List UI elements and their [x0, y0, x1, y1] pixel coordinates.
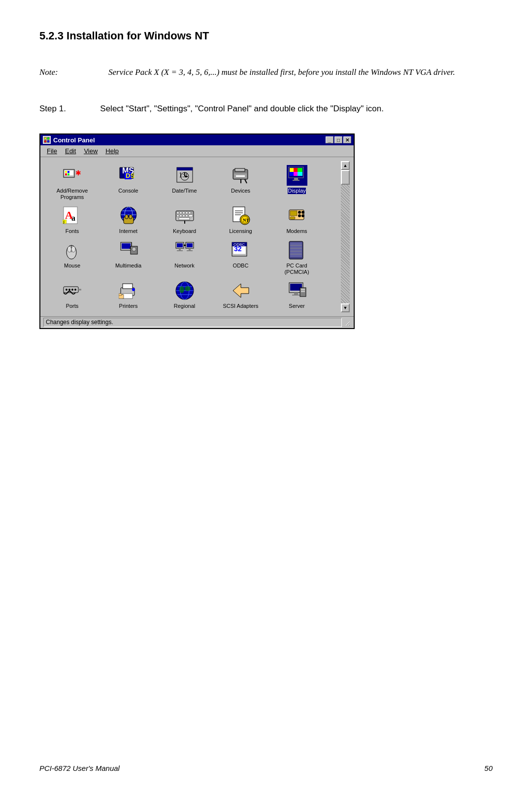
svg-rect-132 — [294, 293, 298, 295]
scroll-down-button[interactable]: ▼ — [341, 303, 350, 312]
odbc-label: ODBC — [233, 263, 249, 269]
svg-rect-9 — [67, 173, 69, 175]
svg-rect-32 — [290, 172, 294, 176]
svg-rect-77 — [290, 217, 295, 219]
menu-view[interactable]: View — [80, 146, 101, 156]
svg-point-127 — [179, 286, 184, 293]
section-heading: 5.2.3 Installation for Windows NT — [39, 30, 493, 42]
icon-odbc[interactable]: 32 ODBC ODBC — [215, 238, 266, 276]
icon-scsiadapters[interactable]: SCSI Adapters — [215, 278, 266, 310]
svg-text:F: F — [63, 220, 66, 225]
svg-point-73 — [298, 211, 301, 214]
svg-rect-59 — [183, 215, 185, 217]
svg-line-26 — [245, 179, 247, 183]
svg-rect-84 — [122, 243, 131, 249]
svg-point-82 — [70, 250, 72, 252]
step1: Step 1. Select "Start", "Settings", "Con… — [39, 102, 493, 115]
svg-rect-62 — [179, 218, 190, 220]
menu-edit[interactable]: Edit — [61, 146, 80, 156]
console-icon: MS DS — [118, 165, 139, 186]
svg-rect-2 — [44, 140, 46, 142]
svg-text:a: a — [71, 214, 75, 222]
icon-regional[interactable]: Regional — [159, 278, 210, 310]
icon-datetime[interactable]: 1:2 Date/Time — [159, 163, 210, 201]
icon-server[interactable]: Server — [271, 278, 323, 310]
icon-pccard[interactable]: PC Card(PCMCIA) — [271, 238, 323, 276]
svg-point-112 — [68, 289, 70, 291]
control-panel-window: Control Panel _ □ ✕ File Edit View Help — [39, 133, 355, 329]
svg-text:✱: ✱ — [75, 169, 81, 177]
svg-rect-36 — [293, 180, 299, 181]
fonts-icon: A a F — [62, 205, 83, 226]
svg-rect-94 — [189, 248, 191, 250]
keyboard-icon — [174, 205, 195, 226]
display-label: Display — [288, 188, 305, 194]
svg-rect-3 — [47, 140, 49, 142]
svg-rect-57 — [177, 215, 179, 217]
icon-modems[interactable]: Modems — [271, 203, 323, 235]
note-text: Service Pack X (X = 3, 4, 5, 6,...) must… — [108, 66, 493, 79]
svg-rect-105 — [290, 242, 302, 257]
icon-printers[interactable]: Printers — [102, 278, 154, 310]
svg-rect-51 — [177, 212, 179, 214]
mouse-label: Mouse — [64, 263, 80, 269]
titlebar: Control Panel _ □ ✕ — [40, 134, 354, 145]
restore-button[interactable]: □ — [334, 136, 342, 143]
close-button[interactable]: ✕ — [343, 136, 351, 143]
icon-ports[interactable]: Ports — [46, 278, 98, 310]
svg-marker-129 — [233, 284, 249, 298]
fonts-label: Fonts — [66, 228, 79, 234]
window-icon — [43, 136, 51, 144]
icon-keyboard[interactable]: Keyboard — [159, 203, 210, 235]
pccard-icon — [287, 240, 307, 261]
icon-multimedia[interactable]: Multimedia — [102, 238, 154, 276]
menu-file[interactable]: File — [43, 146, 61, 156]
scroll-up-button[interactable]: ▲ — [341, 161, 350, 170]
footer: PCI-6872 User's Manual 50 — [39, 764, 493, 772]
server-label: Server — [289, 303, 304, 309]
svg-rect-49 — [129, 215, 132, 219]
window-title: Control Panel — [53, 136, 95, 144]
network-label: Network — [174, 263, 194, 269]
odbc-icon: 32 ODBC — [231, 240, 251, 261]
internet-label: Internet — [119, 228, 137, 234]
svg-rect-7 — [67, 171, 69, 173]
svg-rect-48 — [125, 215, 128, 219]
note-label: Note: — [39, 66, 108, 79]
regional-label: Regional — [174, 303, 195, 309]
svg-point-74 — [298, 214, 301, 217]
svg-rect-6 — [65, 171, 67, 173]
icon-fonts[interactable]: A a F Fonts — [46, 203, 98, 235]
icon-add-remove[interactable]: ✱ Add/RemovePrograms — [46, 163, 98, 201]
footer-left: PCI-6872 User's Manual — [39, 764, 120, 772]
svg-rect-135 — [301, 289, 305, 290]
statusbar-text: Changes display settings. — [43, 318, 342, 327]
scsiadapters-label: SCSI Adapters — [223, 303, 258, 309]
internet-icon — [118, 205, 139, 226]
icon-devices[interactable]: Devices — [215, 163, 266, 201]
svg-rect-72 — [290, 211, 297, 216]
svg-rect-24 — [236, 175, 245, 177]
menu-help[interactable]: Help — [101, 146, 123, 156]
icon-network[interactable]: Network — [159, 238, 210, 276]
titlebar-buttons: _ □ ✕ — [326, 136, 351, 143]
icon-licensing[interactable]: NT Licensing — [215, 203, 266, 235]
icon-console[interactable]: MS DS Console — [102, 163, 154, 201]
scrollbar[interactable]: ▲ ▼ — [341, 161, 350, 312]
svg-rect-56 — [192, 212, 193, 214]
svg-rect-90 — [177, 243, 183, 247]
add-remove-label: Add/RemovePrograms — [57, 188, 88, 200]
icon-display[interactable]: Display — [271, 163, 323, 201]
svg-text:NT: NT — [243, 218, 249, 223]
svg-rect-55 — [189, 212, 191, 214]
scroll-thumb[interactable] — [341, 170, 350, 185]
icon-internet[interactable]: Internet — [102, 203, 154, 235]
icons-grid: ✱ Add/RemovePrograms MS DS Console — [44, 161, 341, 312]
modems-label: Modems — [286, 228, 307, 234]
icon-mouse[interactable]: Mouse — [46, 238, 98, 276]
minimize-button[interactable]: _ — [326, 136, 333, 143]
ports-icon — [62, 280, 83, 301]
svg-rect-93 — [179, 248, 181, 250]
printers-icon — [118, 280, 139, 301]
svg-rect-35 — [294, 178, 298, 180]
